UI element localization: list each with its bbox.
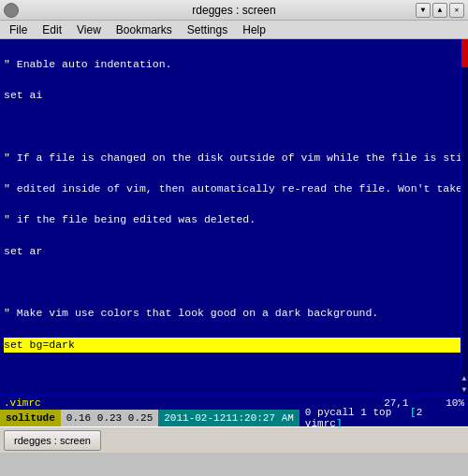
line-6: " if the file being edited was deleted. <box>4 212 464 228</box>
info-bar: solitude 0.16 0.23 0.25 2011-02-1211:20:… <box>0 410 468 426</box>
menu-edit[interactable]: Edit <box>37 22 67 37</box>
scrollbar[interactable]: ▲ ▼ <box>461 39 468 395</box>
taskbar-window-button[interactable]: rdegges : screen <box>4 430 101 451</box>
terminal-area[interactable]: " Enable auto indentation. set ai " If a… <box>0 39 468 395</box>
close-button[interactable]: ✕ <box>449 3 464 18</box>
line-1: " Enable auto indentation. <box>4 57 464 73</box>
menu-bookmarks[interactable]: Bookmarks <box>110 22 178 37</box>
numbers-segment: 0.16 0.23 0.25 <box>61 410 158 426</box>
line-11 <box>4 368 464 384</box>
title-bar-buttons[interactable]: ▼ ▲ ✕ <box>416 3 464 18</box>
line-8 <box>4 275 464 291</box>
terminal-content: " Enable auto indentation. set ai " If a… <box>4 41 464 395</box>
menu-help[interactable]: Help <box>237 22 271 37</box>
hostname-label: solitude <box>6 412 55 424</box>
pycall-label: 0 pycall 1 top [2 vimrc] <box>305 407 462 429</box>
menu-view[interactable]: View <box>71 22 107 37</box>
line-4: " If a file is changed on the disk outsi… <box>4 151 464 166</box>
datetime-label: 2011-02-1211:20:27 AM <box>164 412 294 424</box>
load-numbers: 0.16 0.23 0.25 <box>66 412 153 424</box>
line-9: " Make vim use colors that look good on … <box>4 306 464 322</box>
taskbar: rdegges : screen <box>0 426 468 453</box>
menu-bar: File Edit View Bookmarks Settings Help <box>0 21 468 39</box>
line-5: " edited inside of vim, then automatical… <box>4 181 464 197</box>
menu-settings[interactable]: Settings <box>182 22 233 37</box>
scroll-down-arrow[interactable]: ▼ <box>461 383 468 395</box>
hostname-segment: solitude <box>0 410 61 426</box>
minimize-button[interactable]: ▼ <box>416 3 431 18</box>
scroll-arrows[interactable]: ▲ ▼ <box>461 372 468 395</box>
window-title: rdegges : screen <box>192 4 275 17</box>
line-2: set ai <box>4 88 464 104</box>
scrollbar-thumb[interactable] <box>461 39 468 67</box>
line-10: set bg=dark <box>4 338 464 353</box>
line-3 <box>4 119 464 135</box>
scroll-up-arrow[interactable]: ▲ <box>461 372 468 383</box>
window-icon <box>4 3 19 18</box>
menu-file[interactable]: File <box>4 22 33 37</box>
pycall-segment: 0 pycall 1 top [2 vimrc] <box>300 410 468 426</box>
line-7: set ar <box>4 244 464 260</box>
title-bar: rdegges : screen ▼ ▲ ✕ <box>0 0 468 21</box>
datetime-segment: 2011-02-1211:20:27 AM <box>158 410 300 426</box>
maximize-button[interactable]: ▲ <box>432 3 447 18</box>
title-bar-left-icons <box>4 3 19 18</box>
